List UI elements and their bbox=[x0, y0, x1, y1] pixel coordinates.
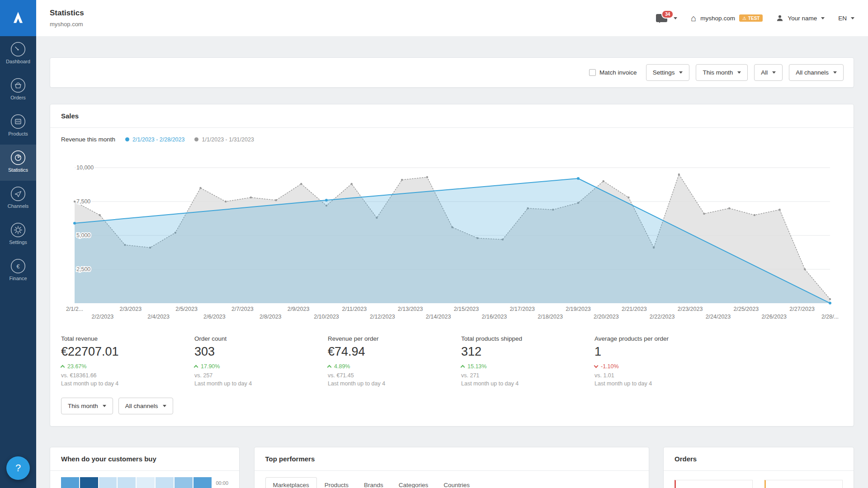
main-area: Statistics myshop.com 34 ⌂ myshop.com ⚠T… bbox=[36, 0, 868, 488]
app-logo[interactable] bbox=[0, 0, 36, 36]
kpi-delta: 15.13% bbox=[461, 363, 594, 370]
kpi-note: Last month up to day 4 bbox=[461, 380, 594, 387]
chevron-down-icon bbox=[103, 405, 106, 407]
messages-badge: 34 bbox=[661, 10, 674, 19]
svg-text:2/7/2023: 2/7/2023 bbox=[231, 306, 254, 312]
chevron-down-icon bbox=[772, 71, 776, 74]
topbar-right: 34 ⌂ myshop.com ⚠TEST Your name bbox=[656, 14, 854, 23]
svg-text:2/18/2023: 2/18/2023 bbox=[538, 314, 563, 320]
help-button[interactable]: ? bbox=[6, 456, 30, 480]
settings-dropdown[interactable]: Settings bbox=[646, 64, 690, 81]
language-label: EN bbox=[838, 15, 847, 22]
revenue-chart-svg: 2,5005,0007,50010,0002/1/2...2/2/20232/3… bbox=[61, 143, 844, 324]
kpi-label: Total products shipped bbox=[461, 335, 594, 342]
tab-categories[interactable]: Categories bbox=[391, 477, 436, 488]
kpi: Total products shipped 312 15.13% vs. 27… bbox=[461, 335, 594, 387]
user-menu[interactable]: Your name bbox=[776, 14, 825, 22]
svg-text:2/11/2023: 2/11/2023 bbox=[342, 306, 367, 312]
kpi-value: €22707.01 bbox=[61, 345, 194, 359]
svg-text:2/24/2023: 2/24/2023 bbox=[706, 314, 731, 320]
heatmap-cell bbox=[175, 477, 193, 488]
page-subtitle: myshop.com bbox=[50, 21, 84, 28]
trend-icon bbox=[327, 365, 332, 370]
svg-text:2/14/2023: 2/14/2023 bbox=[426, 314, 451, 320]
heatmap-row: 00:00 bbox=[61, 477, 228, 488]
shop-name: myshop.com bbox=[700, 15, 735, 22]
messages-button[interactable]: 34 bbox=[656, 14, 667, 22]
sidebar-item-label: Products bbox=[8, 131, 28, 136]
shop-selector[interactable]: ⌂ myshop.com ⚠TEST bbox=[691, 14, 763, 23]
sidebar-item-products[interactable]: Products bbox=[0, 108, 36, 145]
kpi-vs: vs. €18361.66 bbox=[61, 372, 194, 379]
kpi-delta: -1.10% bbox=[594, 363, 728, 370]
svg-text:2/13/2023: 2/13/2023 bbox=[398, 306, 423, 312]
legend-previous[interactable]: 1/1/2023 - 1/31/2023 bbox=[194, 136, 254, 143]
top-performers-card: Top performers Marketplaces Products Bra… bbox=[254, 447, 649, 488]
kpi-vs: vs. 1.01 bbox=[594, 372, 728, 379]
kpi-label: Revenue per order bbox=[328, 335, 461, 342]
period-dropdown[interactable]: This month bbox=[696, 64, 748, 81]
warning-icon: ⚠ bbox=[742, 16, 746, 21]
kpi-row: Total revenue €22707.01 23.67% vs. €1836… bbox=[50, 324, 854, 387]
filter-bar: Match invoice Settings This month All Al… bbox=[50, 57, 854, 88]
channels-dropdown[interactable]: All channels bbox=[789, 64, 844, 81]
sidebar-item-finance[interactable]: € Finance bbox=[0, 253, 36, 289]
svg-text:2/5/2023: 2/5/2023 bbox=[175, 306, 198, 312]
brand-logo-icon bbox=[8, 8, 28, 28]
legend-current-dot bbox=[125, 137, 129, 141]
channels-plane-icon bbox=[10, 186, 26, 202]
messages-menu[interactable]: 34 bbox=[656, 14, 677, 22]
tab-countries[interactable]: Countries bbox=[436, 477, 477, 488]
legend-current[interactable]: 2/1/2023 - 2/28/2023 bbox=[125, 136, 184, 143]
heatmap-cell bbox=[193, 477, 212, 488]
match-invoice-option[interactable]: Match invoice bbox=[589, 69, 637, 76]
kpi-note: Last month up to day 4 bbox=[194, 380, 328, 387]
chevron-down-icon[interactable] bbox=[674, 17, 677, 19]
trend-icon bbox=[461, 365, 465, 370]
trend-icon bbox=[594, 364, 599, 368]
page-title: Statistics bbox=[50, 9, 84, 18]
chart-legend: Revenue this month 2/1/2023 - 2/28/2023 … bbox=[50, 128, 854, 143]
kpi: Total revenue €22707.01 23.67% vs. €1836… bbox=[61, 335, 194, 387]
tab-brands[interactable]: Brands bbox=[356, 477, 391, 488]
sidebar-item-statistics[interactable]: Statistics bbox=[0, 145, 36, 181]
sidebar-item-orders[interactable]: Orders bbox=[0, 72, 36, 108]
orders-basket-icon bbox=[10, 78, 26, 93]
svg-text:2/2/2023: 2/2/2023 bbox=[92, 314, 114, 320]
kpi-value: 303 bbox=[194, 345, 328, 359]
svg-text:2,500: 2,500 bbox=[76, 266, 90, 272]
heatmap-cell bbox=[80, 477, 98, 488]
orders-body: Requires correction In backorder bbox=[664, 471, 854, 488]
trend-icon bbox=[61, 365, 65, 370]
sidebar-item-channels[interactable]: Channels bbox=[0, 181, 36, 217]
language-menu[interactable]: EN bbox=[838, 15, 854, 22]
match-invoice-label: Match invoice bbox=[599, 69, 637, 76]
heatmap-row-label: 00:00 bbox=[216, 480, 229, 486]
kpi-delta: 23.67% bbox=[61, 363, 194, 370]
sidebar-item-dashboard[interactable]: Dashboard bbox=[0, 36, 36, 72]
sales-period-dropdown[interactable]: This month bbox=[61, 398, 113, 414]
tab-marketplaces[interactable]: Marketplaces bbox=[265, 477, 317, 488]
customers-buy-title: When do your customers buy bbox=[50, 447, 239, 471]
sales-channels-dropdown[interactable]: All channels bbox=[118, 398, 173, 414]
orders-card-title: Orders bbox=[664, 447, 854, 471]
svg-text:2/27/2023: 2/27/2023 bbox=[789, 306, 815, 312]
requires-correction-stat[interactable]: Requires correction bbox=[675, 480, 753, 488]
chart-label: Revenue this month bbox=[61, 136, 115, 143]
tab-products[interactable]: Products bbox=[317, 477, 356, 488]
top-performers-tabs: Marketplaces Products Brands Categories … bbox=[265, 477, 638, 488]
chevron-down-icon bbox=[679, 71, 683, 74]
top-performers-title: Top performers bbox=[255, 447, 649, 471]
chevron-down-icon bbox=[737, 71, 741, 74]
match-invoice-checkbox[interactable] bbox=[589, 69, 596, 76]
chevron-down-icon bbox=[821, 17, 825, 19]
sidebar-item-settings[interactable]: Settings bbox=[0, 217, 36, 253]
products-box-icon bbox=[10, 114, 26, 129]
in-backorder-stat[interactable]: In backorder bbox=[764, 480, 843, 488]
kpi: Average products per order 1 -1.10% vs. … bbox=[594, 335, 728, 387]
heatmap: 00:0001:00 bbox=[50, 471, 239, 488]
all-dropdown[interactable]: All bbox=[754, 64, 783, 81]
chevron-down-icon bbox=[833, 71, 837, 74]
sidebar-item-label: Finance bbox=[9, 276, 27, 281]
sales-card: Sales Revenue this month 2/1/2023 - 2/28… bbox=[50, 104, 854, 427]
